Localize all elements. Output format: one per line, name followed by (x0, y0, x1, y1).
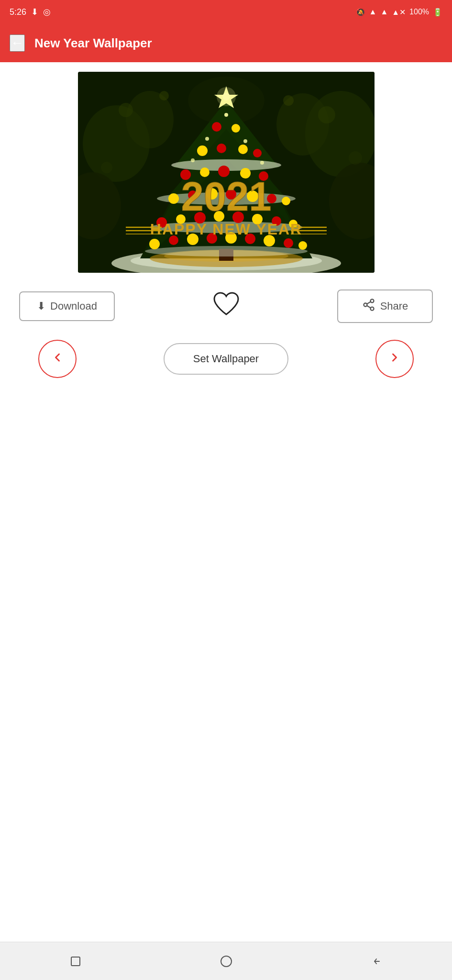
svg-point-86 (221, 956, 232, 967)
svg-point-28 (145, 246, 308, 256)
svg-point-67 (224, 113, 228, 117)
system-nav-bar (0, 942, 452, 980)
svg-point-12 (159, 91, 169, 100)
back-button[interactable]: ← (10, 34, 25, 52)
svg-point-66 (298, 241, 307, 250)
main-content: 2021 HAPPY NEW YEAR ⬇ Download (0, 62, 452, 980)
svg-point-70 (191, 158, 195, 162)
svg-text:2021: 2021 (181, 174, 271, 219)
svg-point-81 (364, 303, 367, 307)
status-bar-right: 🔕 ▲ ▲ ▲✕ 100% 🔋 (356, 8, 442, 17)
arrow-right-icon (388, 351, 401, 368)
svg-point-43 (168, 193, 179, 204)
download-button[interactable]: ⬇ Download (19, 291, 115, 321)
share-icon (362, 298, 375, 314)
svg-point-82 (370, 307, 374, 311)
download-label: Download (50, 300, 97, 312)
svg-point-35 (217, 144, 226, 153)
signal-x-icon: ▲✕ (392, 8, 406, 17)
svg-point-32 (212, 122, 221, 132)
set-wallpaper-button[interactable]: Set Wallpaper (164, 343, 288, 375)
wallpaper-container: 2021 HAPPY NEW YEAR (0, 62, 452, 273)
wallpaper-svg: 2021 HAPPY NEW YEAR (78, 72, 375, 273)
svg-point-11 (349, 151, 362, 165)
heart-icon (212, 290, 241, 322)
time-display: 5:26 (10, 7, 26, 17)
svg-point-31 (217, 87, 236, 106)
navigation-row: Set Wallpaper (0, 335, 452, 388)
set-wallpaper-label: Set Wallpaper (193, 353, 259, 365)
svg-point-34 (197, 145, 208, 156)
share-button[interactable]: Share (337, 290, 433, 323)
back-nav-button[interactable] (358, 947, 396, 976)
svg-point-58 (149, 239, 160, 249)
prev-button[interactable] (38, 340, 77, 378)
wifi-icon: ▲ (369, 8, 377, 16)
action-row: ⬇ Download Share (0, 273, 452, 335)
mute-icon: 🔕 (356, 8, 365, 17)
signal-icon: ▲ (380, 8, 388, 16)
svg-point-65 (284, 238, 293, 248)
svg-point-33 (232, 124, 240, 133)
svg-point-13 (283, 95, 294, 106)
svg-point-69 (243, 139, 247, 143)
svg-line-83 (367, 306, 371, 308)
download-indicator: ⬇ (31, 7, 38, 17)
svg-point-10 (101, 162, 112, 173)
svg-point-36 (238, 145, 248, 154)
favorite-button[interactable] (207, 287, 245, 325)
svg-point-37 (253, 149, 262, 157)
battery-icon: 🔋 (433, 8, 442, 17)
svg-point-8 (119, 103, 133, 117)
app-bar: ← New Year Wallpaper (0, 24, 452, 62)
wallpaper-image: 2021 HAPPY NEW YEAR (78, 72, 375, 273)
svg-text:HAPPY NEW YEAR: HAPPY NEW YEAR (150, 221, 302, 238)
download-icon: ⬇ (37, 300, 45, 312)
svg-line-84 (367, 302, 371, 304)
next-button[interactable] (375, 340, 414, 378)
arrow-left-icon (51, 351, 64, 368)
svg-rect-85 (71, 957, 80, 966)
page-title: New Year Wallpaper (34, 36, 152, 51)
svg-point-9 (318, 106, 335, 123)
battery-label: 100% (409, 8, 429, 16)
home-button[interactable] (207, 947, 245, 976)
status-bar-left: 5:26 ⬇ ◎ (10, 7, 51, 17)
svg-point-49 (282, 197, 290, 205)
share-label: Share (380, 300, 408, 312)
status-bar: 5:26 ⬇ ◎ 🔕 ▲ ▲ ▲✕ 100% 🔋 (0, 0, 452, 24)
svg-point-68 (205, 137, 209, 141)
circle-indicator: ◎ (43, 7, 51, 17)
svg-point-71 (260, 161, 264, 165)
recent-apps-button[interactable] (56, 947, 95, 976)
svg-point-80 (370, 299, 374, 302)
